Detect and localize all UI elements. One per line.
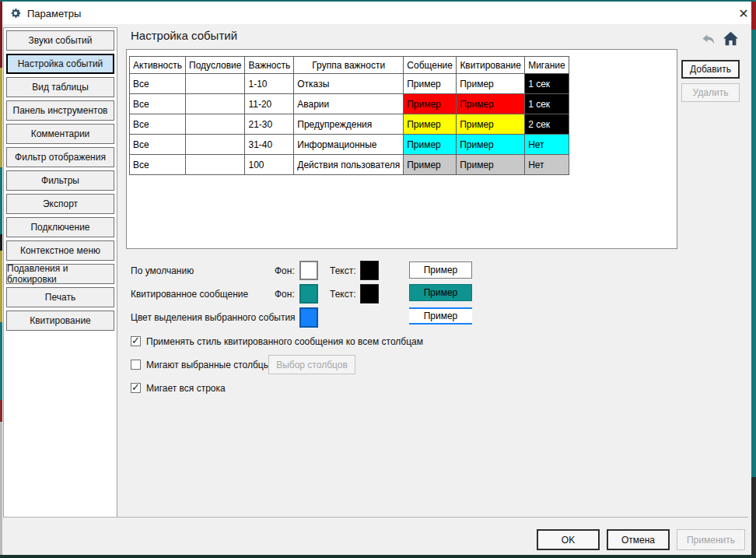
default-style-label: По умолчанию — [131, 265, 194, 276]
cell-group[interactable]: Информационные — [294, 135, 404, 155]
table-row[interactable]: Все 100 Действия пользователя Пример При… — [130, 155, 569, 175]
sidebar-item-event-setup[interactable]: Настройка событий — [6, 54, 114, 74]
blink-whole-row-label: Мигает вся строка — [146, 383, 226, 394]
blink-whole-row-checkbox[interactable]: ✓ — [131, 383, 141, 393]
sidebar-item-filters[interactable]: Фильтры — [6, 170, 114, 191]
cell-importance[interactable]: 31-40 — [245, 135, 294, 155]
blink-selected-columns-label: Мигают выбранные столбцы — [146, 360, 270, 370]
cell-blink[interactable]: 1 сек — [525, 74, 569, 94]
apply-ack-style-label: Применять стиль квитированного сообщения… — [146, 336, 423, 347]
cancel-button[interactable]: Отмена — [607, 529, 670, 550]
delete-button[interactable]: Удалить — [681, 83, 740, 102]
default-bg-label: Фон: — [275, 265, 295, 276]
cell-ack-sample[interactable]: Пример — [457, 135, 525, 155]
gear-icon — [9, 7, 22, 19]
cell-message-sample[interactable]: Пример — [404, 94, 457, 114]
sidebar-item-export[interactable]: Экспорт — [6, 194, 114, 214]
cell-blink[interactable]: Нет — [525, 155, 569, 175]
cell-ack-sample[interactable]: Пример — [457, 74, 525, 94]
cell-activity[interactable]: Все — [130, 135, 186, 155]
footer-separator — [3, 517, 748, 518]
home-icon[interactable] — [723, 31, 739, 46]
col-header-message[interactable]: Собщение — [404, 57, 457, 74]
ack-style-preview: Пример — [409, 284, 472, 301]
cell-activity[interactable]: Все — [130, 155, 186, 175]
cell-ack-sample[interactable]: Пример — [457, 94, 525, 114]
col-header-importance-group[interactable]: Группа важности — [294, 57, 404, 74]
cell-message-sample[interactable]: Пример — [404, 114, 457, 135]
cell-importance[interactable]: 21-30 — [245, 114, 294, 135]
cell-group[interactable]: Аварии — [294, 94, 404, 114]
cell-subcondition[interactable] — [186, 114, 245, 135]
sidebar: Звуки событий Настройка событий Вид табл… — [3, 27, 117, 518]
sidebar-item-toolbar[interactable]: Панель инструментов — [6, 100, 114, 121]
sidebar-item-display-filter[interactable]: Фильтр отображения — [6, 147, 114, 167]
sidebar-item-table-view[interactable]: Вид таблицы — [6, 77, 114, 97]
table-header-row: Активность Подусловие Важность Группа ва… — [130, 57, 569, 74]
cell-activity[interactable]: Все — [130, 74, 186, 94]
cell-importance[interactable]: 100 — [245, 155, 294, 175]
default-style-preview: Пример — [409, 261, 472, 279]
sidebar-item-print[interactable]: Печать — [6, 287, 114, 307]
cell-activity[interactable]: Все — [130, 94, 186, 114]
events-table: Активность Подусловие Важность Группа ва… — [129, 56, 569, 175]
table-row[interactable]: Все 31-40 Информационные Пример Пример Н… — [130, 135, 569, 155]
cell-subcondition[interactable] — [186, 74, 245, 94]
col-header-importance[interactable]: Важность — [245, 57, 294, 74]
ack-text-label: Текст: — [330, 289, 356, 300]
cell-activity[interactable]: Все — [130, 114, 186, 135]
cell-subcondition[interactable] — [186, 94, 245, 114]
cell-importance[interactable]: 1-10 — [245, 74, 294, 94]
sidebar-item-event-sounds[interactable]: Звуки событий — [6, 30, 114, 51]
cell-ack-sample[interactable]: Пример — [457, 155, 525, 175]
col-header-activity[interactable]: Активность — [130, 57, 186, 74]
sidebar-item-connection[interactable]: Подключение — [6, 217, 114, 237]
ack-style-label: Квитированное сообщение — [131, 289, 248, 300]
cell-blink[interactable]: Нет — [525, 135, 569, 155]
selection-color-swatch[interactable] — [299, 307, 318, 328]
cell-group[interactable]: Предупреждения — [294, 114, 404, 135]
col-header-subcondition[interactable]: Подусловие — [186, 57, 245, 74]
selection-color-label: Цвет выделения выбранного события — [131, 312, 296, 323]
events-table-container: Активность Подусловие Важность Группа ва… — [126, 49, 677, 249]
page-title: Настройка событий — [131, 29, 237, 42]
default-bg-swatch[interactable] — [299, 261, 318, 280]
close-icon[interactable]: ✕ — [735, 5, 752, 23]
table-row[interactable]: Все 21-30 Предупреждения Пример Пример 2… — [130, 114, 569, 135]
desktop-edge-bottom — [0, 555, 756, 558]
title-bar: Параметры ✕ — [2, 2, 751, 24]
cell-subcondition[interactable] — [186, 155, 245, 175]
col-header-acknowledgement[interactable]: Квитирование — [457, 57, 525, 74]
select-columns-button[interactable]: Выбор столбцов — [268, 355, 355, 374]
selection-style-preview: Пример — [409, 307, 472, 325]
col-header-blinking[interactable]: Мигание — [525, 57, 569, 74]
ack-text-swatch[interactable] — [360, 284, 379, 304]
window-title: Параметры — [27, 8, 81, 19]
blink-selected-columns-checkbox[interactable] — [131, 360, 141, 370]
default-text-swatch[interactable] — [360, 261, 379, 280]
cell-message-sample[interactable]: Пример — [404, 135, 457, 155]
undo-icon[interactable] — [702, 33, 716, 45]
default-text-label: Текст: — [330, 265, 356, 276]
cell-group[interactable]: Отказы — [294, 74, 404, 94]
cell-message-sample[interactable]: Пример — [404, 74, 457, 94]
sidebar-item-suppressions[interactable]: Подавления и блокировки — [6, 264, 114, 284]
add-button[interactable]: Добавить — [681, 60, 740, 79]
table-row[interactable]: Все 1-10 Отказы Пример Пример 1 сек — [130, 74, 569, 94]
sidebar-item-comments[interactable]: Комментарии — [6, 124, 114, 144]
cell-subcondition[interactable] — [186, 135, 245, 155]
cell-ack-sample[interactable]: Пример — [457, 114, 525, 135]
cell-blink[interactable]: 2 сек — [525, 114, 569, 135]
sidebar-item-acknowledgement[interactable]: Квитирование — [6, 311, 114, 331]
apply-button[interactable]: Применить — [677, 529, 745, 550]
table-row[interactable]: Все 11-20 Аварии Пример Пример 1 сек — [130, 94, 569, 114]
ack-bg-swatch[interactable] — [299, 284, 318, 304]
ok-button[interactable]: OK — [537, 529, 600, 550]
sidebar-item-context-menu[interactable]: Контекстное меню — [6, 240, 114, 261]
cell-blink[interactable]: 1 сек — [525, 94, 569, 114]
cell-message-sample[interactable]: Пример — [404, 155, 457, 175]
parameters-dialog: Параметры ✕ Звуки событий Настройка собы… — [0, 0, 756, 558]
cell-group[interactable]: Действия пользователя — [294, 155, 404, 175]
apply-ack-style-checkbox[interactable]: ✓ — [131, 336, 141, 346]
cell-importance[interactable]: 11-20 — [245, 94, 294, 114]
